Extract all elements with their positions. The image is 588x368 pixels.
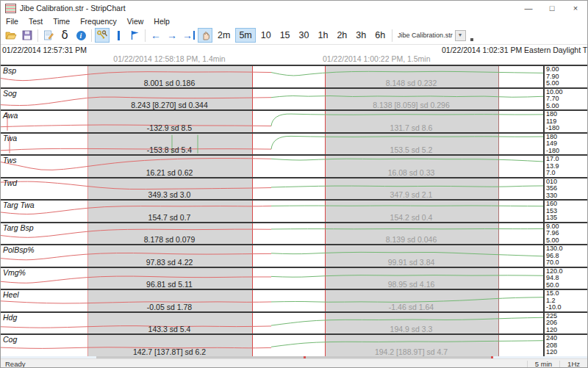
chart-row-targ-bsp: Targ Bsp8.178 sd 0.0798.139 sd 0.0469.00… [1, 223, 587, 246]
row-label-heel: Heel [3, 290, 19, 299]
row-label-sog: Sog [3, 89, 17, 98]
chart-start-time: 01/22/2014 12:57:31 PM [2, 46, 87, 54]
info-icon: i [76, 31, 86, 40]
plot-cog: Cog142.7 [137.8T] sd 6.2194.2 [188.9T] s… [1, 335, 543, 356]
axis-values-tws: 17.013.97.0 [543, 156, 587, 177]
time-button-5m[interactable]: 5m [235, 28, 255, 43]
plot-targ-twa: Targ Twa154.7 sd 0.7154.2 sd 0.4 [1, 201, 543, 222]
plot-heel: Heel-0.05 sd 1.78-1.46 sd 1.64 [1, 290, 543, 311]
step-back-button[interactable]: ← [148, 28, 163, 43]
menu-file[interactable]: File [1, 17, 24, 26]
axis-tick: -180 [546, 125, 587, 132]
floppy-disk-icon [22, 30, 32, 40]
selection2-stats-hdg: 194.9 sd 3.3 [325, 325, 498, 333]
cursor-marker-button[interactable] [111, 28, 126, 43]
axis-tick: 5.00 [546, 103, 587, 110]
axis-tick: 5.00 [546, 237, 587, 245]
plot-twa: Twa-153.8 sd 5.4153.5 sd 5.2 [1, 134, 543, 155]
info-button[interactable]: i [74, 28, 88, 43]
menu-frequency[interactable]: Frequency [75, 17, 122, 26]
statusbar-separator [559, 361, 560, 368]
menu-view[interactable]: View [122, 17, 149, 26]
keys-icon [96, 30, 108, 40]
time-button-10[interactable]: 10 [257, 28, 275, 43]
axis-values-vmg-: 120.094.850.0 [543, 268, 587, 289]
selection1-stats-sog: 8.243 [8.270] sd 0.344 [87, 101, 251, 109]
flag-button[interactable] [127, 28, 142, 43]
row-label-targ-bsp: Targ Bsp [3, 223, 34, 232]
chart-row-polbsp-: PolBsp%97.83 sd 4.2299.91 sd 3.84130.096… [1, 245, 587, 268]
delta-button[interactable]: δ [57, 28, 72, 43]
time-button-2h[interactable]: 2h [333, 28, 351, 43]
selection2-stats-targ-twa: 154.2 sd 0.4 [325, 213, 498, 222]
menu-test[interactable]: Test [24, 17, 48, 26]
selection1-stats-heel: -0.05 sd 1.78 [87, 303, 251, 311]
status-interval: 5 min [532, 360, 555, 368]
step-forward-button[interactable]: → [165, 28, 179, 43]
chart-row-twd: Twd349.3 sd 3.0347.9 sd 2.1010356330 [1, 178, 587, 201]
toolbar-overflow-handle[interactable] [470, 38, 473, 41]
chart-row-sog: Sog8.243 [8.270] sd 0.3448.138 [8.059] s… [1, 89, 587, 112]
menu-help[interactable]: Help [148, 17, 175, 26]
status-bar: Ready 5 min 1Hz [1, 358, 587, 368]
selection1-stats-twd: 349.3 sd 3.0 [87, 190, 251, 199]
go-to-end-button[interactable]: → [181, 28, 196, 43]
chart-row-twa: Twa-153.8 sd 5.4153.5 sd 5.2180149-180 [1, 134, 587, 156]
chart-row-awa: Awa-132.9 sd 8.5131.7 sd 8.6180119-180 [1, 111, 587, 134]
toolbar: δ i ← → → [1, 26, 587, 45]
axis-values-twa: 180149-180 [543, 134, 587, 155]
selection2-time-label: 01/22/2014 1:00:22 PM, 1.5min [323, 54, 431, 63]
statusbar-separator [527, 361, 528, 368]
selection1-stats-tws: 16.21 sd 0.62 [87, 168, 251, 177]
selection1-stats-targ-bsp: 8.178 sd 0.079 [87, 235, 251, 244]
selection2-stats-sog: 8.138 [8.059] sd 0.296 [325, 101, 498, 109]
status-text: Ready [1, 360, 523, 368]
status-sample-rate: 1Hz [564, 360, 583, 368]
plot-vmg-: Vmg%96.81 sd 5.1198.95 sd 4.16 [1, 268, 543, 289]
open-file-button[interactable] [4, 28, 18, 43]
flag-icon [130, 30, 140, 40]
hand-pan-button[interactable] [198, 28, 212, 43]
title-bar: Jibe Calibration.str - StripChart — □ × [1, 1, 587, 15]
selection1-stats-polbsp-: 97.83 sd 4.22 [87, 258, 251, 267]
axis-values-twd: 010356330 [543, 178, 587, 200]
time-button-2m[interactable]: 2m [214, 28, 234, 43]
menu-time[interactable]: Time [48, 17, 75, 26]
selection2-stats-awa: 131.7 sd 8.6 [325, 123, 498, 132]
selection2-stats-vmg-: 98.95 sd 4.16 [325, 280, 498, 289]
time-button-30[interactable]: 30 [295, 28, 313, 43]
edit-notes-button[interactable] [41, 28, 56, 43]
save-button[interactable] [20, 28, 35, 43]
selection2-stats-cog: 194.2 [188.9T] sd 4.7 [325, 347, 498, 356]
axis-tick: 120 [546, 349, 587, 356]
row-label-twd: Twd [3, 178, 17, 187]
axis-values-polbsp-: 130.096.870.0 [543, 245, 587, 267]
toolbar-separator [37, 29, 38, 42]
chart-row-bsp: Bsp8.001 sd 0.1868.148 sd 0.2329.007.905… [1, 66, 587, 89]
file-selector[interactable]: Jibe Calibration.str ▾ [398, 30, 466, 41]
plot-tws: Tws16.21 sd 0.6216.08 sd 0.33 [1, 156, 543, 177]
time-button-15[interactable]: 15 [276, 28, 294, 43]
row-label-bsp: Bsp [3, 66, 16, 75]
plot-hdg: Hdg143.3 sd 5.4194.9 sd 3.3 [1, 313, 543, 334]
axis-tick: 5.00 [546, 80, 587, 87]
close-button[interactable]: × [564, 1, 587, 15]
row-label-twa: Twa [3, 134, 17, 142]
hand-icon [200, 30, 210, 40]
calibration-keys-button[interactable] [95, 28, 110, 43]
axis-tick: -10.0 [546, 304, 587, 311]
selection1-stats-awa: -132.9 sd 8.5 [87, 123, 251, 132]
chevron-down-icon: ▾ [455, 30, 466, 41]
time-button-1h[interactable]: 1h [314, 28, 331, 43]
axis-values-cog: 240208120 [543, 335, 587, 356]
chart-row-hdg: Hdg143.3 sd 5.4194.9 sd 3.3225206120 [1, 313, 587, 336]
axis-tick: 330 [546, 192, 587, 200]
plot-awa: Awa-132.9 sd 8.5131.7 sd 8.6 [1, 111, 543, 132]
maximize-button[interactable]: □ [540, 1, 564, 15]
toolbar-separator [145, 29, 146, 42]
time-button-6h[interactable]: 6h [371, 28, 389, 43]
selection1-time-label: 01/22/2014 12:58:18 PM, 1.4min [87, 54, 251, 63]
time-button-3h[interactable]: 3h [352, 28, 370, 43]
row-label-vmg-: Vmg% [3, 268, 26, 277]
minimize-button[interactable]: — [517, 1, 540, 15]
